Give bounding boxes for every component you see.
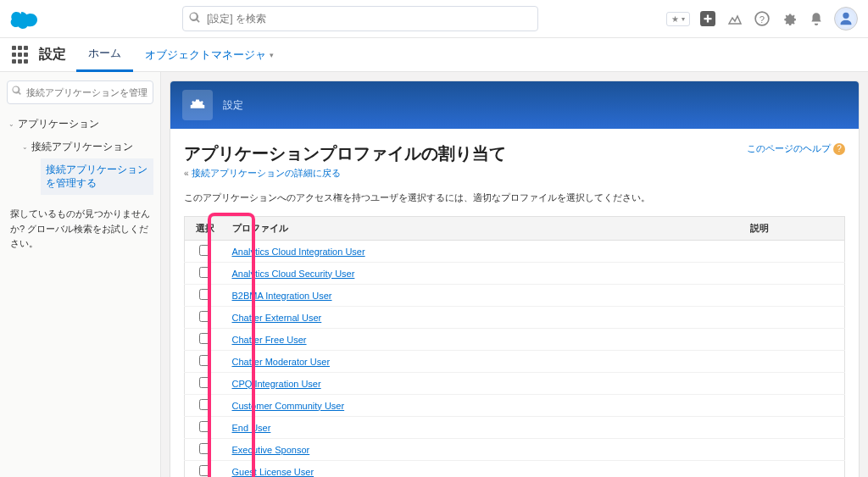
profile-checkbox[interactable] [199,355,210,366]
profile-checkbox[interactable] [199,245,210,256]
profile-checkbox[interactable] [199,399,210,410]
profile-description [743,373,845,395]
tree-manage-connected-apps[interactable]: 接続アプリケーションを管理する [41,158,153,195]
profile-checkbox[interactable] [199,311,210,322]
tab-home[interactable]: ホーム [76,38,133,72]
profile-description [743,307,845,329]
table-row: Chatter Free User [185,329,845,351]
col-header-select: 選択 [185,217,225,241]
profile-description [743,241,845,263]
app-launcher-icon[interactable] [10,44,32,66]
table-row: Customer Community User [185,395,845,417]
search-icon [12,86,22,98]
profile-checkbox[interactable] [199,421,210,432]
tree-root-applications[interactable]: ⌄アプリケーション [7,113,153,136]
global-header: ★ ▾ ? [0,0,868,38]
search-icon [189,12,201,26]
profile-link[interactable]: Customer Community User [232,401,345,411]
table-row: Chatter Moderator User [185,351,845,373]
help-icon: ? [833,143,845,155]
profile-checkbox[interactable] [199,443,210,454]
page-header-bar: 設定 [170,81,859,129]
profile-description [743,439,845,461]
profile-description [743,329,845,351]
profile-checkbox[interactable] [199,289,210,300]
profile-link[interactable]: Guest License User [232,467,314,477]
table-row: Guest License User [185,461,845,478]
global-search-input[interactable] [182,6,538,31]
profile-checkbox[interactable] [199,465,210,476]
table-row: CPQ Integration User [185,373,845,395]
profile-table: 選択 プロファイル 説明 Analytics Cloud Integration… [184,216,845,477]
profile-link[interactable]: CPQ Integration User [232,379,321,389]
profile-checkbox[interactable] [199,377,210,388]
tab-object-manager[interactable]: オブジェクトマネージャ▾ [133,38,286,72]
profile-link[interactable]: Analytics Cloud Security User [232,269,355,279]
trailhead-icon[interactable] [726,9,744,28]
add-icon[interactable] [698,9,717,28]
sidebar-help-text: 探しているものが見つかりませんか? グローバル検索をお試しください。 [7,207,153,252]
notifications-icon[interactable] [807,9,826,28]
sidebar-search [7,80,153,104]
main-content: 設定 アプリケーションプロファイルの割り当て 接続アプリケーションの詳細に戻る … [161,72,868,477]
profile-description [743,285,845,307]
table-row: Analytics Cloud Integration User [185,241,845,263]
profile-link[interactable]: B2BMA Integration User [232,291,332,301]
profile-link[interactable]: Analytics Cloud Integration User [232,247,365,257]
setup-icon[interactable] [780,9,798,28]
col-header-profile: プロファイル [225,217,743,241]
setup-sidebar: ⌄アプリケーション ⌄接続アプリケーション 接続アプリケーションを管理する 探し… [0,72,161,477]
back-link[interactable]: 接続アプリケーションの詳細に戻る [192,168,341,178]
svg-text:?: ? [760,14,765,25]
profile-description [743,263,845,285]
table-row: End User [185,417,845,439]
profile-description [743,461,845,478]
sidebar-search-input[interactable] [7,80,153,104]
table-row: Executive Sponsor [185,439,845,461]
instruction-text: このアプリケーションへのアクセス権を持つユーザを選択するには、適切なプロファイル… [184,191,845,204]
setup-label: 設定 [39,46,66,64]
chevron-down-icon: ⌄ [22,143,28,151]
header-actions: ★ ▾ ? [666,7,858,31]
profile-link[interactable]: End User [232,423,271,433]
profile-link[interactable]: Chatter External User [232,313,322,323]
col-header-description: 説明 [743,217,845,241]
help-icon[interactable]: ? [753,9,771,28]
table-row: Chatter External User [185,307,845,329]
profile-description [743,395,845,417]
breadcrumb: 設定 [223,98,243,113]
table-row: B2BMA Integration User [185,285,845,307]
user-avatar[interactable] [834,7,858,31]
profile-link[interactable]: Executive Sponsor [232,445,310,455]
chevron-down-icon: ⌄ [8,120,14,128]
profile-checkbox[interactable] [199,267,210,278]
profile-checkbox[interactable] [199,333,210,344]
salesforce-logo [10,7,44,31]
profile-description [743,417,845,439]
profile-link[interactable]: Chatter Moderator User [232,357,331,367]
page-title: アプリケーションプロファイルの割り当て [184,142,506,165]
gear-icon [182,90,213,120]
table-row: Analytics Cloud Security User [185,263,845,285]
page-help-link[interactable]: このページのヘルプ ? [747,142,845,155]
chevron-down-icon: ▾ [270,51,274,59]
favorites-dropdown[interactable]: ★ ▾ [666,12,690,26]
tree-connected-apps[interactable]: ⌄接続アプリケーション [20,136,153,158]
sub-header: 設定 ホーム オブジェクトマネージャ▾ [0,38,868,72]
global-search [182,6,538,31]
profile-description [743,351,845,373]
profile-link[interactable]: Chatter Free User [232,335,307,345]
